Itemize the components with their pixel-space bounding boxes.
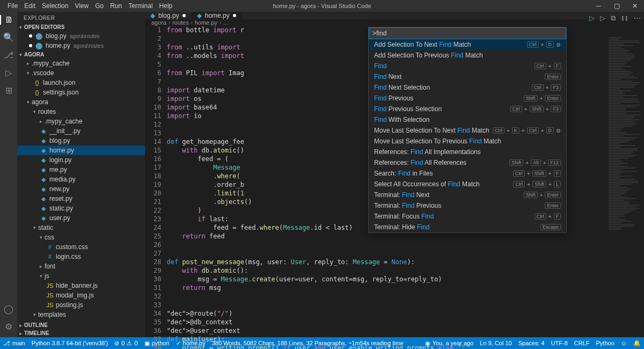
command-palette-input[interactable]	[369, 27, 566, 39]
folder-item[interactable]: ▾static	[17, 223, 145, 232]
tab-home-py[interactable]: ◆home.py	[192, 12, 242, 19]
palette-item[interactable]: Search: Find in FilesCtrl + Shift + F	[369, 168, 566, 179]
editor-actions: ▷ ▷ ⧉ ⫿⫿ ⋯	[589, 14, 641, 23]
run-icon[interactable]: ▷	[589, 14, 595, 23]
palette-item[interactable]: Terminal: Hide FindEscape	[369, 222, 566, 232]
run-alt-icon[interactable]: ▷	[600, 14, 605, 23]
file-item[interactable]: {}launch.json	[17, 78, 145, 88]
outline-section[interactable]: ▸OUTLINE	[17, 321, 145, 329]
file-item[interactable]: {}settings.json	[17, 88, 145, 97]
folder-item[interactable]: ▾js	[17, 271, 145, 281]
sidebar-title: EXPLORER	[17, 12, 145, 23]
file-item[interactable]: #login.css	[17, 252, 145, 261]
palette-item[interactable]: Find NextEnter	[369, 71, 566, 82]
open-editors-section[interactable]: ▾OPEN EDITORS	[17, 23, 145, 31]
close-icon[interactable]: ✕	[626, 2, 644, 10]
more-icon[interactable]: ⋯	[634, 14, 641, 23]
menu-go[interactable]: Go	[92, 1, 107, 11]
minimize-icon[interactable]: ─	[589, 2, 608, 10]
file-item[interactable]: ◆blog.py	[17, 136, 145, 146]
status-branch[interactable]: ⎇ main	[3, 340, 25, 347]
palette-item[interactable]: Move Last Selection To Previous Find Mat…	[369, 136, 566, 147]
menu-file[interactable]: File	[4, 1, 21, 11]
file-item[interactable]: ◆__init__.py	[17, 126, 145, 136]
folder-item[interactable]: ▾routes	[17, 107, 145, 117]
run-debug-icon[interactable]: ▷	[5, 68, 12, 78]
open-editor-item[interactable]: ⬤home.py agora\routes	[17, 41, 145, 50]
palette-item[interactable]: FindCtrl + F	[369, 61, 566, 71]
command-palette: Add Selection To Next Find MatchCtrl + D…	[368, 27, 567, 233]
file-item[interactable]: ◆me.py	[17, 165, 145, 174]
search-icon[interactable]: 🔍	[3, 32, 14, 42]
minimap[interactable]	[606, 37, 644, 337]
folder-item[interactable]: ▸font	[17, 261, 145, 271]
source-control-icon[interactable]: ⎇	[4, 50, 13, 60]
file-item[interactable]: JSmodal_img.js	[17, 290, 145, 300]
palette-item[interactable]: References: Find All ReferencesShift + A…	[369, 157, 566, 168]
gear-icon: ⚙	[556, 42, 561, 48]
menu-selection[interactable]: Selection	[39, 1, 71, 11]
split-icon[interactable]: ⧉	[611, 14, 616, 23]
settings-gear-icon[interactable]: ⚙	[5, 322, 12, 332]
menu-edit[interactable]: Edit	[21, 1, 39, 11]
status-interpreter[interactable]: Python 3.8.7 64-bit ('venv38')	[32, 340, 108, 346]
palette-item[interactable]: Terminal: Focus FindCtrl + F	[369, 211, 566, 222]
menu-run[interactable]: Run	[107, 1, 125, 11]
palette-item[interactable]: Add Selection To Next Find MatchCtrl + D…	[369, 39, 566, 50]
main-menu: FileEditSelectionViewGoRunTerminalHelp	[0, 1, 175, 11]
menu-view[interactable]: View	[71, 1, 92, 11]
timeline-section[interactable]: ▸TIMELINE	[17, 329, 145, 337]
titlebar: FileEditSelectionViewGoRunTerminalHelp h…	[0, 0, 644, 12]
folder-item[interactable]: ▾.vscode	[17, 68, 145, 78]
folder-section[interactable]: ▾AGORA	[17, 50, 145, 59]
palette-item[interactable]: Terminal: Find NextShift + Enter	[369, 190, 566, 200]
file-item[interactable]: ◆user.py	[17, 213, 145, 223]
folder-item[interactable]: ▸.mypy_cache	[17, 59, 145, 68]
diff-icon[interactable]: ⫿⫿	[621, 14, 628, 23]
gear-icon: ⚙	[556, 128, 561, 134]
file-item[interactable]: ◆home.py	[17, 146, 145, 155]
maximize-icon[interactable]: ▢	[608, 2, 626, 10]
palette-item[interactable]: Find With Selection	[369, 114, 566, 125]
tab-blog-py[interactable]: ◆blog.py	[145, 12, 192, 19]
editor-tabs: ◆blog.py◆home.py	[145, 12, 644, 19]
editor: ◆blog.py◆home.py ▷ ▷ ⧉ ⫿⫿ ⋯ agora › rout…	[145, 12, 644, 337]
breadcrumbs[interactable]: agora › routes › home.py › ...	[145, 19, 644, 26]
folder-item[interactable]: ▾agora	[17, 97, 145, 107]
folder-item[interactable]: ▸.mypy_cache	[17, 117, 145, 126]
file-item[interactable]: JShide_banner.js	[17, 281, 145, 290]
window-title: home.py - agora - Visual Studio Code	[273, 3, 371, 9]
open-editor-item[interactable]: ⬤blog.py agora\routes	[17, 31, 145, 41]
status-errors[interactable]: ⊘ 0 ⚠ 0	[114, 340, 137, 347]
file-item[interactable]: #custom.css	[17, 242, 145, 252]
sidebar: EXPLORER ▾OPEN EDITORS ⬤blog.py agora\ro…	[17, 12, 145, 337]
accounts-icon[interactable]: ◯	[4, 304, 13, 314]
palette-item[interactable]: Find Next SelectionCtrl + F3	[369, 82, 566, 93]
file-item[interactable]: JSposting.js	[17, 300, 145, 310]
menu-help[interactable]: Help	[156, 1, 176, 11]
palette-item[interactable]: Find Previous SelectionCtrl + Shift + F3	[369, 104, 566, 114]
line-gutter: 1234567891011121314151617181920212223242…	[145, 26, 166, 349]
folder-item[interactable]: ▾templates	[17, 310, 145, 319]
folder-item[interactable]: ▾css	[17, 232, 145, 242]
activity-bar: 🗎 🔍 ⎇ ▷ ⊞ ◯ ⚙	[0, 12, 17, 337]
file-item[interactable]: ◆static.py	[17, 203, 145, 213]
file-item[interactable]: ◆reset.py	[17, 194, 145, 203]
explorer-icon[interactable]: 🗎	[0, 15, 17, 25]
palette-item[interactable]: References: Find All Implementations	[369, 147, 566, 157]
palette-item[interactable]: Select All Occurrences of Find MatchCtrl…	[369, 179, 566, 190]
menu-terminal[interactable]: Terminal	[125, 1, 156, 11]
palette-item[interactable]: Terminal: Find PreviousEnter	[369, 200, 566, 211]
palette-item[interactable]: Move Last Selection To Next Find MatchCt…	[369, 125, 566, 136]
extensions-icon[interactable]: ⊞	[5, 85, 12, 96]
window-controls: ─ ▢ ✕	[589, 2, 644, 10]
file-item[interactable]: ◆media.py	[17, 174, 145, 184]
palette-item[interactable]: Add Selection To Previous Find Match	[369, 50, 566, 61]
file-item[interactable]: ◆new.py	[17, 184, 145, 194]
file-item[interactable]: ◆login.py	[17, 155, 145, 165]
palette-item[interactable]: Find PreviousShift + Enter	[369, 93, 566, 104]
